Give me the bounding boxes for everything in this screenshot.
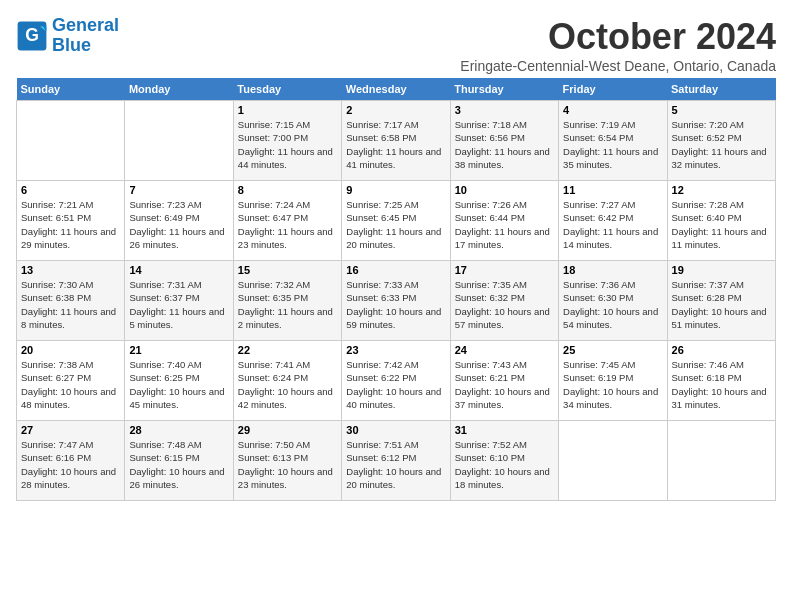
calendar-cell: 1Sunrise: 7:15 AM Sunset: 7:00 PM Daylig…	[233, 101, 341, 181]
calendar-cell: 24Sunrise: 7:43 AM Sunset: 6:21 PM Dayli…	[450, 341, 558, 421]
logo: G General Blue	[16, 16, 119, 56]
day-content: Sunrise: 7:25 AM Sunset: 6:45 PM Dayligh…	[346, 198, 445, 251]
calendar-cell: 28Sunrise: 7:48 AM Sunset: 6:15 PM Dayli…	[125, 421, 233, 501]
day-content: Sunrise: 7:17 AM Sunset: 6:58 PM Dayligh…	[346, 118, 445, 171]
calendar-cell: 22Sunrise: 7:41 AM Sunset: 6:24 PM Dayli…	[233, 341, 341, 421]
day-header-monday: Monday	[125, 78, 233, 101]
location: Eringate-Centennial-West Deane, Ontario,…	[460, 58, 776, 74]
day-number: 28	[129, 424, 228, 436]
calendar-cell: 21Sunrise: 7:40 AM Sunset: 6:25 PM Dayli…	[125, 341, 233, 421]
day-content: Sunrise: 7:27 AM Sunset: 6:42 PM Dayligh…	[563, 198, 662, 251]
day-number: 30	[346, 424, 445, 436]
day-number: 31	[455, 424, 554, 436]
day-content: Sunrise: 7:47 AM Sunset: 6:16 PM Dayligh…	[21, 438, 120, 491]
day-header-friday: Friday	[559, 78, 667, 101]
logo-icon: G	[16, 20, 48, 52]
day-content: Sunrise: 7:50 AM Sunset: 6:13 PM Dayligh…	[238, 438, 337, 491]
calendar-cell: 5Sunrise: 7:20 AM Sunset: 6:52 PM Daylig…	[667, 101, 775, 181]
month-title: October 2024	[460, 16, 776, 58]
calendar-cell	[667, 421, 775, 501]
calendar-cell: 29Sunrise: 7:50 AM Sunset: 6:13 PM Dayli…	[233, 421, 341, 501]
logo-text: General Blue	[52, 16, 119, 56]
day-content: Sunrise: 7:41 AM Sunset: 6:24 PM Dayligh…	[238, 358, 337, 411]
day-header-wednesday: Wednesday	[342, 78, 450, 101]
day-content: Sunrise: 7:28 AM Sunset: 6:40 PM Dayligh…	[672, 198, 771, 251]
day-header-tuesday: Tuesday	[233, 78, 341, 101]
calendar-cell	[559, 421, 667, 501]
calendar-cell: 25Sunrise: 7:45 AM Sunset: 6:19 PM Dayli…	[559, 341, 667, 421]
day-content: Sunrise: 7:52 AM Sunset: 6:10 PM Dayligh…	[455, 438, 554, 491]
calendar-table: SundayMondayTuesdayWednesdayThursdayFrid…	[16, 78, 776, 501]
day-content: Sunrise: 7:45 AM Sunset: 6:19 PM Dayligh…	[563, 358, 662, 411]
calendar-cell: 19Sunrise: 7:37 AM Sunset: 6:28 PM Dayli…	[667, 261, 775, 341]
calendar-cell: 27Sunrise: 7:47 AM Sunset: 6:16 PM Dayli…	[17, 421, 125, 501]
day-content: Sunrise: 7:48 AM Sunset: 6:15 PM Dayligh…	[129, 438, 228, 491]
day-number: 18	[563, 264, 662, 276]
header-row: SundayMondayTuesdayWednesdayThursdayFrid…	[17, 78, 776, 101]
day-content: Sunrise: 7:19 AM Sunset: 6:54 PM Dayligh…	[563, 118, 662, 171]
day-content: Sunrise: 7:31 AM Sunset: 6:37 PM Dayligh…	[129, 278, 228, 331]
day-number: 14	[129, 264, 228, 276]
calendar-cell: 4Sunrise: 7:19 AM Sunset: 6:54 PM Daylig…	[559, 101, 667, 181]
day-number: 21	[129, 344, 228, 356]
page-header: G General Blue October 2024 Eringate-Cen…	[16, 16, 776, 74]
day-number: 29	[238, 424, 337, 436]
calendar-cell: 3Sunrise: 7:18 AM Sunset: 6:56 PM Daylig…	[450, 101, 558, 181]
calendar-cell: 9Sunrise: 7:25 AM Sunset: 6:45 PM Daylig…	[342, 181, 450, 261]
day-content: Sunrise: 7:24 AM Sunset: 6:47 PM Dayligh…	[238, 198, 337, 251]
day-header-sunday: Sunday	[17, 78, 125, 101]
day-content: Sunrise: 7:15 AM Sunset: 7:00 PM Dayligh…	[238, 118, 337, 171]
calendar-cell: 16Sunrise: 7:33 AM Sunset: 6:33 PM Dayli…	[342, 261, 450, 341]
calendar-cell: 10Sunrise: 7:26 AM Sunset: 6:44 PM Dayli…	[450, 181, 558, 261]
day-number: 10	[455, 184, 554, 196]
day-number: 15	[238, 264, 337, 276]
calendar-cell: 30Sunrise: 7:51 AM Sunset: 6:12 PM Dayli…	[342, 421, 450, 501]
day-number: 4	[563, 104, 662, 116]
calendar-cell	[17, 101, 125, 181]
day-content: Sunrise: 7:33 AM Sunset: 6:33 PM Dayligh…	[346, 278, 445, 331]
day-number: 26	[672, 344, 771, 356]
title-section: October 2024 Eringate-Centennial-West De…	[460, 16, 776, 74]
day-number: 19	[672, 264, 771, 276]
calendar-cell: 7Sunrise: 7:23 AM Sunset: 6:49 PM Daylig…	[125, 181, 233, 261]
week-row-1: 1Sunrise: 7:15 AM Sunset: 7:00 PM Daylig…	[17, 101, 776, 181]
day-number: 3	[455, 104, 554, 116]
day-number: 20	[21, 344, 120, 356]
day-number: 2	[346, 104, 445, 116]
calendar-cell: 20Sunrise: 7:38 AM Sunset: 6:27 PM Dayli…	[17, 341, 125, 421]
day-content: Sunrise: 7:40 AM Sunset: 6:25 PM Dayligh…	[129, 358, 228, 411]
day-number: 9	[346, 184, 445, 196]
calendar-cell: 17Sunrise: 7:35 AM Sunset: 6:32 PM Dayli…	[450, 261, 558, 341]
day-content: Sunrise: 7:37 AM Sunset: 6:28 PM Dayligh…	[672, 278, 771, 331]
calendar-cell: 26Sunrise: 7:46 AM Sunset: 6:18 PM Dayli…	[667, 341, 775, 421]
day-content: Sunrise: 7:46 AM Sunset: 6:18 PM Dayligh…	[672, 358, 771, 411]
day-header-saturday: Saturday	[667, 78, 775, 101]
day-content: Sunrise: 7:35 AM Sunset: 6:32 PM Dayligh…	[455, 278, 554, 331]
day-number: 25	[563, 344, 662, 356]
day-number: 24	[455, 344, 554, 356]
calendar-cell: 12Sunrise: 7:28 AM Sunset: 6:40 PM Dayli…	[667, 181, 775, 261]
day-number: 8	[238, 184, 337, 196]
calendar-cell: 6Sunrise: 7:21 AM Sunset: 6:51 PM Daylig…	[17, 181, 125, 261]
day-number: 13	[21, 264, 120, 276]
day-content: Sunrise: 7:32 AM Sunset: 6:35 PM Dayligh…	[238, 278, 337, 331]
calendar-cell: 13Sunrise: 7:30 AM Sunset: 6:38 PM Dayli…	[17, 261, 125, 341]
svg-text:G: G	[25, 25, 39, 45]
calendar-cell: 23Sunrise: 7:42 AM Sunset: 6:22 PM Dayli…	[342, 341, 450, 421]
day-number: 16	[346, 264, 445, 276]
day-number: 11	[563, 184, 662, 196]
day-number: 5	[672, 104, 771, 116]
day-content: Sunrise: 7:36 AM Sunset: 6:30 PM Dayligh…	[563, 278, 662, 331]
week-row-4: 20Sunrise: 7:38 AM Sunset: 6:27 PM Dayli…	[17, 341, 776, 421]
day-content: Sunrise: 7:26 AM Sunset: 6:44 PM Dayligh…	[455, 198, 554, 251]
day-number: 6	[21, 184, 120, 196]
day-number: 17	[455, 264, 554, 276]
calendar-cell	[125, 101, 233, 181]
week-row-2: 6Sunrise: 7:21 AM Sunset: 6:51 PM Daylig…	[17, 181, 776, 261]
calendar-cell: 8Sunrise: 7:24 AM Sunset: 6:47 PM Daylig…	[233, 181, 341, 261]
calendar-cell: 11Sunrise: 7:27 AM Sunset: 6:42 PM Dayli…	[559, 181, 667, 261]
day-content: Sunrise: 7:23 AM Sunset: 6:49 PM Dayligh…	[129, 198, 228, 251]
day-content: Sunrise: 7:42 AM Sunset: 6:22 PM Dayligh…	[346, 358, 445, 411]
calendar-cell: 2Sunrise: 7:17 AM Sunset: 6:58 PM Daylig…	[342, 101, 450, 181]
day-number: 7	[129, 184, 228, 196]
